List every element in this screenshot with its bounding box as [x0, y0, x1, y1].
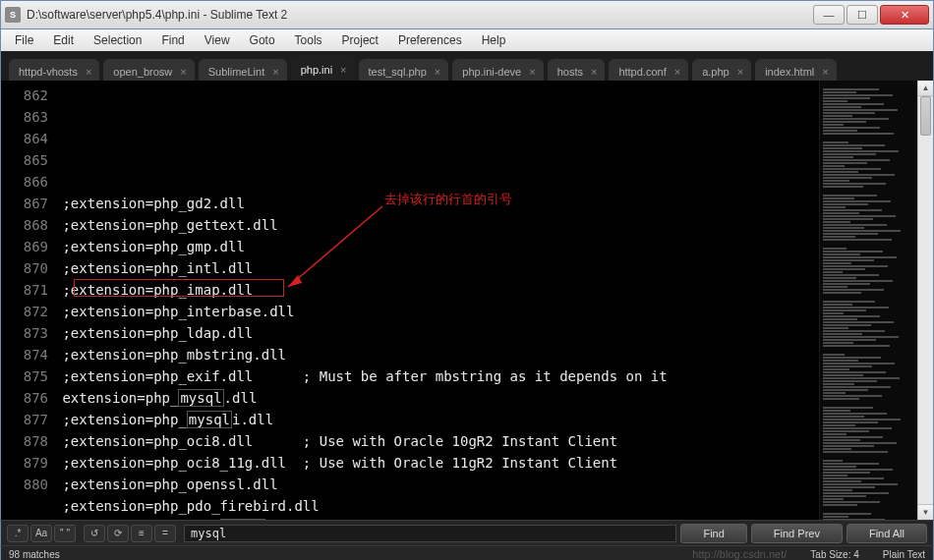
maximize-button[interactable]: ☐	[846, 5, 878, 25]
tab-httpd-vhosts[interactable]: httpd-vhosts×	[9, 59, 99, 81]
minimap-line	[823, 368, 849, 370]
minimap-line	[823, 256, 897, 258]
tab-hosts[interactable]: hosts×	[548, 59, 606, 81]
minimap-line	[823, 221, 850, 223]
menu-project[interactable]: Project	[334, 31, 386, 49]
minimap-line	[823, 106, 861, 108]
minimap-line	[823, 277, 856, 279]
tab-close-icon[interactable]: ×	[589, 66, 599, 78]
tab-label: index.html	[765, 66, 814, 78]
find-button[interactable]: Find	[680, 524, 746, 543]
line-number: 865	[1, 149, 48, 171]
find-option[interactable]: ⟳	[107, 525, 129, 542]
scroll-track[interactable]	[918, 96, 933, 504]
menu-edit[interactable]: Edit	[45, 31, 82, 49]
menu-tools[interactable]: Tools	[287, 31, 330, 49]
tab-httpd-conf[interactable]: httpd.conf×	[609, 59, 688, 81]
minimap-line	[823, 389, 868, 391]
tab-open-brosw[interactable]: open_brosw×	[103, 59, 194, 81]
minimap-line	[823, 424, 855, 426]
minimap-line	[823, 168, 881, 170]
scroll-thumb[interactable]	[920, 96, 931, 136]
minimap-line	[823, 371, 886, 373]
minimap-line	[823, 289, 884, 291]
tab-index-html[interactable]: index.html×	[755, 59, 837, 81]
find-option[interactable]: ≡	[131, 525, 152, 542]
minimap-line	[823, 280, 893, 282]
tab-a-php[interactable]: a.php×	[692, 59, 751, 81]
minimap-line	[823, 271, 843, 273]
tab-label: open_brosw	[113, 66, 172, 78]
minimap-line	[823, 380, 877, 382]
tab-php-ini-deve[interactable]: php.ini-deve×	[452, 59, 543, 81]
find-option[interactable]: " "	[54, 525, 76, 542]
find-option[interactable]: Aa	[30, 525, 52, 542]
line-number: 873	[1, 322, 48, 344]
find-prev-button[interactable]: Find Prev	[751, 524, 843, 543]
find-input[interactable]	[184, 525, 676, 542]
minimap-line	[823, 336, 899, 338]
scroll-down-arrow[interactable]: ▼	[918, 504, 933, 520]
tab-close-icon[interactable]: ×	[84, 66, 93, 78]
minimap-line	[823, 386, 891, 388]
tab-close-icon[interactable]: ×	[527, 66, 537, 78]
minimap-line	[823, 377, 900, 379]
code-line: ;extension=php_imap.dll	[54, 279, 819, 301]
line-number: 868	[1, 214, 48, 236]
minimize-button[interactable]: —	[813, 5, 845, 25]
tab-close-icon[interactable]: ×	[820, 66, 830, 78]
minimap-line	[823, 433, 846, 435]
close-button[interactable]: ✕	[880, 5, 929, 25]
tab-close-icon[interactable]: ×	[338, 64, 348, 76]
vertical-scrollbar[interactable]: ▲ ▼	[917, 81, 933, 520]
minimap-line	[823, 318, 857, 320]
menu-preferences[interactable]: Preferences	[390, 31, 470, 49]
code-line: ;extension=php_interbase.dll	[54, 301, 819, 322]
minimap-line	[823, 354, 845, 356]
menu-selection[interactable]: Selection	[86, 31, 149, 49]
menu-find[interactable]: Find	[153, 31, 192, 49]
minimap-line	[823, 212, 859, 214]
minimap-line	[823, 227, 864, 229]
find-option[interactable]: =	[154, 525, 176, 542]
code-view[interactable]: 去掉该行的行首的引号 ;extension=php_gd2.dll ;exten…	[54, 81, 819, 520]
tab-php-ini[interactable]: php.ini×	[291, 56, 355, 81]
minimap-line	[823, 183, 886, 185]
tab-close-icon[interactable]: ×	[270, 66, 280, 78]
find-option[interactable]: ↺	[84, 525, 105, 542]
minimap-line	[823, 159, 890, 161]
tab-test-sql-php[interactable]: test_sql.php×	[359, 59, 449, 81]
minimap-line	[823, 124, 844, 126]
tab-close-icon[interactable]: ×	[433, 66, 442, 78]
scroll-up-arrow[interactable]: ▲	[918, 81, 933, 96]
find-option[interactable]: .*	[7, 525, 29, 542]
minimap-line	[823, 251, 883, 252]
tab-label: httpd.conf	[618, 66, 666, 78]
minimap-line	[823, 186, 863, 188]
status-tab-size[interactable]: Tab Size: 4	[810, 549, 858, 560]
tab-sublimelint[interactable]: SublimeLint×	[199, 59, 287, 81]
minimap-line	[823, 472, 870, 474]
minimap-line	[823, 239, 892, 241]
minimap-line	[823, 501, 880, 503]
window-controls: — ☐ ✕	[811, 5, 929, 25]
code-line: ;extension=php_oci8.dll ; Use with Oracl…	[54, 430, 819, 452]
status-syntax[interactable]: Plain Text	[883, 549, 925, 560]
menu-help[interactable]: Help	[474, 31, 514, 49]
minimap-line	[823, 253, 860, 255]
tab-label: php.ini	[301, 64, 332, 76]
minimap-line	[823, 262, 851, 264]
find-all-button[interactable]: Find All	[846, 524, 927, 543]
tab-close-icon[interactable]: ×	[672, 66, 682, 78]
minimap-line	[823, 309, 866, 311]
minimap-line	[823, 127, 880, 129]
menu-goto[interactable]: Goto	[242, 31, 283, 49]
menu-file[interactable]: File	[7, 31, 41, 49]
tab-close-icon[interactable]: ×	[178, 66, 188, 78]
line-number: 876	[1, 387, 48, 409]
minimap[interactable]	[819, 81, 917, 520]
line-number: 875	[1, 365, 48, 387]
tab-close-icon[interactable]: ×	[735, 66, 745, 78]
menu-view[interactable]: View	[197, 31, 238, 49]
minimap-line	[823, 180, 849, 182]
